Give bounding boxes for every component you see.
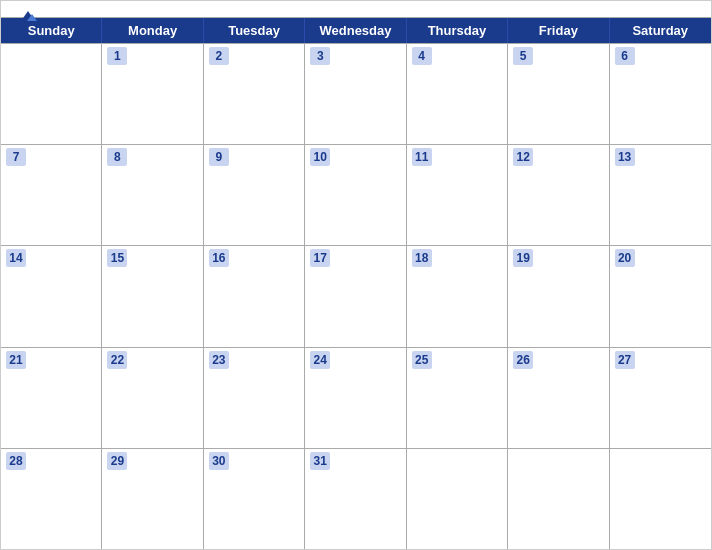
day-cell — [610, 449, 711, 549]
day-headers-row: SundayMondayTuesdayWednesdayThursdayFrid… — [1, 18, 711, 43]
day-header-monday: Monday — [102, 18, 203, 43]
day-number: 26 — [513, 351, 533, 369]
day-cell: 10 — [305, 145, 406, 245]
day-number: 10 — [310, 148, 330, 166]
day-number: 18 — [412, 249, 432, 267]
day-cell: 14 — [1, 246, 102, 346]
day-number: 17 — [310, 249, 330, 267]
day-cell: 17 — [305, 246, 406, 346]
day-number: 3 — [310, 47, 330, 65]
day-header-friday: Friday — [508, 18, 609, 43]
calendar-container: SundayMondayTuesdayWednesdayThursdayFrid… — [0, 0, 712, 550]
day-number: 15 — [107, 249, 127, 267]
day-cell: 1 — [102, 44, 203, 144]
day-number: 21 — [6, 351, 26, 369]
day-cell — [508, 449, 609, 549]
day-cell: 13 — [610, 145, 711, 245]
day-number: 14 — [6, 249, 26, 267]
day-number: 6 — [615, 47, 635, 65]
day-number: 5 — [513, 47, 533, 65]
day-cell: 16 — [204, 246, 305, 346]
calendar-header — [1, 1, 711, 17]
day-cell: 9 — [204, 145, 305, 245]
day-number: 8 — [107, 148, 127, 166]
day-header-saturday: Saturday — [610, 18, 711, 43]
logo-mountain-icon — [19, 9, 37, 23]
day-cell: 11 — [407, 145, 508, 245]
day-number: 12 — [513, 148, 533, 166]
day-cell: 8 — [102, 145, 203, 245]
day-cell: 15 — [102, 246, 203, 346]
calendar-grid: SundayMondayTuesdayWednesdayThursdayFrid… — [1, 17, 711, 549]
day-number: 7 — [6, 148, 26, 166]
day-header-tuesday: Tuesday — [204, 18, 305, 43]
day-number: 31 — [310, 452, 330, 470]
week-row-2: 78910111213 — [1, 144, 711, 245]
day-cell: 26 — [508, 348, 609, 448]
day-cell: 4 — [407, 44, 508, 144]
day-number: 20 — [615, 249, 635, 267]
day-number: 28 — [6, 452, 26, 470]
day-cell: 2 — [204, 44, 305, 144]
day-cell: 19 — [508, 246, 609, 346]
day-cell — [1, 44, 102, 144]
day-cell: 21 — [1, 348, 102, 448]
day-cell: 27 — [610, 348, 711, 448]
day-number: 29 — [107, 452, 127, 470]
day-cell: 23 — [204, 348, 305, 448]
day-header-thursday: Thursday — [407, 18, 508, 43]
day-number: 9 — [209, 148, 229, 166]
weeks-container: 1234567891011121314151617181920212223242… — [1, 43, 711, 549]
week-row-4: 21222324252627 — [1, 347, 711, 448]
day-number: 16 — [209, 249, 229, 267]
day-cell: 20 — [610, 246, 711, 346]
day-cell: 22 — [102, 348, 203, 448]
week-row-5: 28293031 — [1, 448, 711, 549]
day-cell: 30 — [204, 449, 305, 549]
day-cell: 31 — [305, 449, 406, 549]
day-cell: 12 — [508, 145, 609, 245]
day-number: 19 — [513, 249, 533, 267]
day-cell: 28 — [1, 449, 102, 549]
day-number: 23 — [209, 351, 229, 369]
day-cell: 5 — [508, 44, 609, 144]
day-number: 30 — [209, 452, 229, 470]
day-number: 11 — [412, 148, 432, 166]
day-cell — [407, 449, 508, 549]
day-number: 4 — [412, 47, 432, 65]
day-cell: 3 — [305, 44, 406, 144]
day-number: 27 — [615, 351, 635, 369]
day-number: 13 — [615, 148, 635, 166]
day-cell: 29 — [102, 449, 203, 549]
day-number: 25 — [412, 351, 432, 369]
day-cell: 25 — [407, 348, 508, 448]
week-row-1: 123456 — [1, 43, 711, 144]
logo-area — [17, 9, 37, 23]
week-row-3: 14151617181920 — [1, 245, 711, 346]
day-number: 22 — [107, 351, 127, 369]
day-header-wednesday: Wednesday — [305, 18, 406, 43]
day-cell: 6 — [610, 44, 711, 144]
day-number: 24 — [310, 351, 330, 369]
day-number: 2 — [209, 47, 229, 65]
day-cell: 7 — [1, 145, 102, 245]
day-cell: 18 — [407, 246, 508, 346]
day-number: 1 — [107, 47, 127, 65]
day-cell: 24 — [305, 348, 406, 448]
